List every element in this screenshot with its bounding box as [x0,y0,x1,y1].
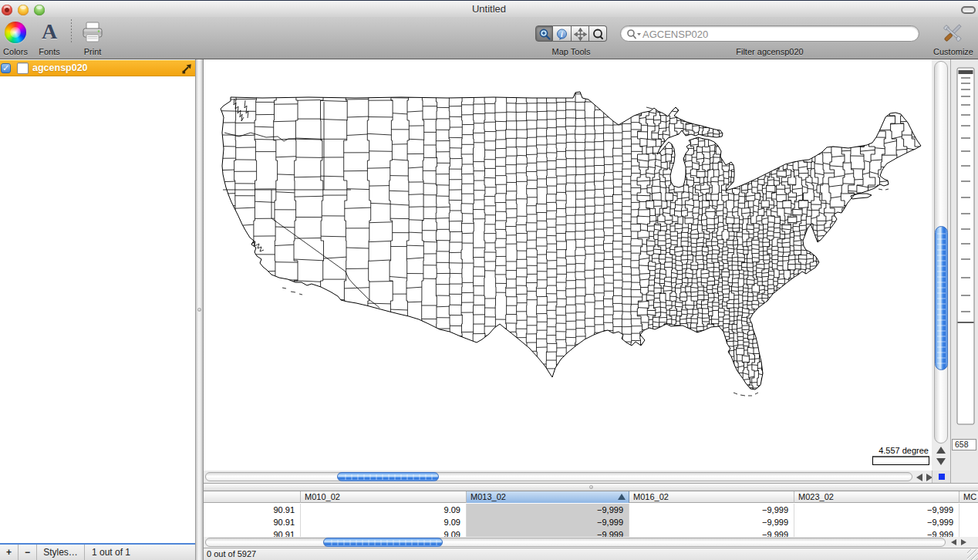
layer-visibility-checkbox[interactable]: ✓ [1,63,11,73]
hscroll-thumb[interactable] [337,472,439,481]
table-hscroll-track[interactable] [205,538,946,547]
fonts-icon[interactable]: A [39,19,60,44]
us-county-map [204,59,932,471]
column-header-M013_02[interactable]: M013_02 [467,491,629,503]
customize-label[interactable]: Customize [929,47,977,56]
filter-search-value: AGCENSP020 [642,29,708,40]
table-cell[interactable]: −9,999 [467,516,629,528]
window-resize-grip[interactable] [967,549,978,560]
corner-blue-square[interactable] [939,474,945,480]
column-header-label: M023_02 [798,492,834,501]
crossed-tools-icon [939,22,966,45]
table-row[interactable]: 90.919.09−9,999−9,999−9,999 [204,528,978,537]
splitter-dimple [197,308,201,312]
map-tools-label: Map Tools [535,47,607,56]
toolbar-toggle-pill[interactable] [961,6,976,14]
record-count-label: 0 out of 5927 [207,549,256,558]
attribute-table: M010_02M013_02M016_02M023_02MC 90.919.09… [204,491,978,537]
table-header-row: M010_02M013_02M016_02M023_02MC [204,491,978,503]
table-hscroll-thumb[interactable] [323,538,443,547]
info-tool-button[interactable]: i [553,25,571,42]
table-cell[interactable]: 9.09 [301,516,467,528]
table-cell[interactable]: 90.91 [204,528,301,537]
sidebar-splitter[interactable] [195,59,204,560]
printer-icon [80,20,105,45]
table-cell[interactable]: −9,999 [467,528,629,537]
table-status-bar: 0 out of 5927 [204,548,978,560]
layer-expand-icon[interactable] [180,62,194,75]
scrollbar-corner [932,471,950,483]
table-cell[interactable]: −9,999 [467,504,629,516]
styles-button[interactable]: Styles… [37,545,85,560]
zoom-ruler[interactable] [951,59,978,483]
table-cell[interactable]: 90.91 [204,516,301,528]
table-cell[interactable]: −9,999 [629,504,794,516]
scroll-down-arrow[interactable] [936,458,946,465]
app-window: Untitled Colors A Fonts Print [0,0,978,560]
column-header-label: MC [963,492,976,501]
column-header-M010_02[interactable]: M010_02 [301,491,467,503]
column-header-M023_02[interactable]: M023_02 [794,491,959,503]
scroll-up-arrow[interactable] [936,447,946,454]
column-header-MC[interactable]: MC [959,491,978,503]
table-cell[interactable] [959,504,978,516]
column-header-M016_02[interactable]: M016_02 [629,491,794,503]
zoom-value-field[interactable]: 658 [952,439,976,450]
column-header-label: M013_02 [470,492,506,501]
map-scale-bar [872,456,929,465]
select-tool-button[interactable] [589,25,607,42]
table-cell[interactable]: −9,999 [629,516,794,528]
vscroll-arrow-buttons [934,444,948,468]
layer-secondary-checkbox[interactable] [17,62,29,74]
window-title: Untitled [0,3,978,15]
zoom-ruler-panel [950,59,978,483]
table-cell[interactable]: 9.09 [301,504,467,516]
table-cell[interactable]: −9,999 [629,528,794,537]
layers-sidebar: ✓ agcensp020 [0,60,195,560]
column-header-blank[interactable] [204,491,301,503]
vscroll-thumb[interactable] [935,226,948,370]
column-header-label: M010_02 [305,492,340,501]
table-cell[interactable]: −9,999 [794,516,959,528]
map-vertical-scrollbar[interactable] [932,59,950,471]
layer-name: agcensp020 [32,62,88,73]
table-cell[interactable]: 9.09 [301,528,467,537]
title-bar: Untitled [0,0,978,17]
hscroll-track[interactable] [205,472,912,481]
colors-button-label[interactable]: Colors [1,47,30,56]
print-button-label[interactable]: Print [79,47,106,56]
map-horizontal-scrollbar[interactable] [204,471,932,483]
layer-row-agcensp020[interactable]: ✓ agcensp020 [0,60,195,76]
filter-label: Filter agcensp020 [620,47,919,56]
print-icon[interactable] [80,20,105,48]
sidebar-bottom-bar: + − Styles… 1 out of 1 [0,543,195,560]
add-layer-button[interactable]: + [0,545,19,560]
table-cell[interactable] [959,516,978,528]
table-scroll-right-arrow[interactable] [961,539,966,545]
scroll-left-arrow[interactable] [916,474,922,481]
map-tools-group: i [535,25,607,42]
table-horizontal-scrollbar[interactable] [204,537,978,548]
customize-icon[interactable] [939,22,966,48]
filter-search-field[interactable]: AGCENSP020 [620,25,919,42]
sort-ascending-icon [618,494,626,500]
table-cell[interactable]: −9,999 [794,504,959,516]
layer-count-label: 1 out of 1 [85,545,137,560]
map-canvas[interactable] [204,59,932,471]
fonts-button-label[interactable]: Fonts [35,47,63,56]
table-cell[interactable] [959,528,978,537]
remove-layer-button[interactable]: − [19,545,37,560]
colors-icon[interactable] [5,22,26,43]
pan-tool-button[interactable] [572,25,589,42]
column-header-label: M016_02 [633,492,669,501]
table-row[interactable]: 90.919.09−9,999−9,999−9,999 [204,516,978,528]
table-cell[interactable]: −9,999 [794,528,959,537]
table-scroll-left-arrow[interactable] [951,539,956,545]
table-cell[interactable]: 90.91 [204,504,301,516]
toolbar: Colors A Fonts Print [0,17,978,59]
svg-text:i: i [561,30,563,39]
table-row[interactable]: 90.919.09−9,999−9,999−9,999 [204,504,978,516]
table-splitter[interactable] [204,483,978,491]
zoom-tool-button[interactable] [535,25,553,42]
toolbar-separator [71,19,72,43]
